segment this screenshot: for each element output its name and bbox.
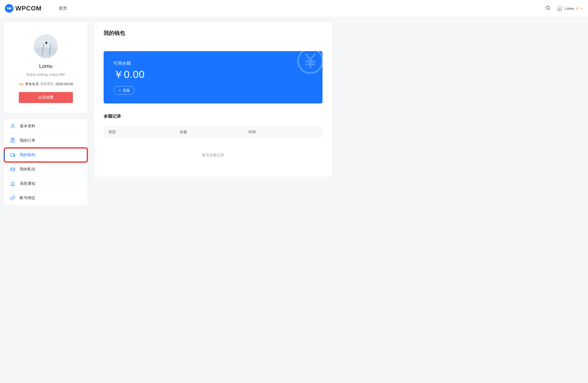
brand-logo-icon xyxy=(5,4,13,13)
balance-label: 可用余额 xyxy=(113,60,313,66)
sidebar-item-label: 我的订单 xyxy=(20,138,82,143)
sidebar-item-orders[interactable]: 我的订单 xyxy=(4,134,87,148)
sidebar-item-label: 基本资料 xyxy=(20,124,82,129)
column-type: 类型 xyxy=(108,130,180,134)
profile-name: Lomu xyxy=(19,63,73,69)
sidebar-item-label: 我的钱包 xyxy=(20,153,82,157)
bell-icon xyxy=(10,181,15,186)
sidebar-item-profile[interactable]: 基本资料 xyxy=(4,119,87,134)
membership-info: Vip 黄金会员 有效期至 2029-09-09 xyxy=(19,82,73,86)
no-records-message: 暂无余额记录 xyxy=(104,138,322,162)
sidebar-item-label: 帐号绑定 xyxy=(20,195,82,201)
profile-avatar xyxy=(34,34,58,58)
header: WPCOM 首页 Lomu V xyxy=(0,0,588,17)
profile-card: Lomu Enjoy coding, enjoy life! Vip 黄金会员 … xyxy=(4,22,88,113)
main-content: 我的钱包 可用余额 ￥0.00 ＋充值 余额记录 类型 xyxy=(94,22,333,206)
search-button[interactable] xyxy=(545,5,551,12)
vip-badge-icon: Vip xyxy=(19,82,24,86)
expiry-date: 2029-09-09 xyxy=(55,82,73,86)
sidebar-item-bind[interactable]: 帐号绑定 xyxy=(4,191,87,205)
member-type: 黄金会员 xyxy=(25,82,39,86)
recharge-button[interactable]: ＋充值 xyxy=(113,86,135,95)
chevron-down-icon xyxy=(580,7,583,10)
column-time: 时间 xyxy=(249,130,318,134)
sidebar: Lomu Enjoy coding, enjoy life! Vip 黄金会员 … xyxy=(4,22,88,206)
wallet-icon xyxy=(10,152,15,157)
records-table-header: 类型 金额 时间 xyxy=(104,126,322,138)
svg-rect-8 xyxy=(11,168,15,171)
svg-point-2 xyxy=(12,124,13,126)
link-icon xyxy=(10,195,15,201)
brand-logo[interactable]: WPCOM xyxy=(5,4,42,13)
brand-name: WPCOM xyxy=(15,5,42,12)
nav-home[interactable]: 首页 xyxy=(59,6,67,11)
page-title: 我的钱包 xyxy=(94,22,332,44)
expiry-prefix: 有效期至 xyxy=(40,82,54,86)
clipboard-icon xyxy=(10,138,15,143)
sidebar-item-messages[interactable]: 我的私信 xyxy=(4,162,87,176)
sidebar-item-wallet[interactable]: 我的钱包 xyxy=(4,148,87,162)
svg-line-1 xyxy=(549,9,550,10)
column-amount: 金额 xyxy=(180,130,249,134)
renew-membership-button[interactable]: 会员续费 xyxy=(19,92,73,103)
records-title: 余额记录 xyxy=(104,113,322,119)
profile-bio: Enjoy coding, enjoy life! xyxy=(19,72,73,77)
vip-badge-icon: V xyxy=(576,7,578,10)
plus-icon: ＋ xyxy=(118,88,122,93)
svg-point-0 xyxy=(546,6,549,9)
sidebar-item-label: 我的私信 xyxy=(20,167,82,172)
sidebar-menu: 基本资料 我的订单 我的钱包 我的私信 xyxy=(4,119,88,206)
balance-amount: ￥0.00 xyxy=(113,68,313,81)
envelope-icon xyxy=(10,167,15,172)
user-name: Lomu xyxy=(565,6,574,10)
user-menu[interactable]: Lomu V xyxy=(557,5,583,12)
user-avatar-icon xyxy=(557,5,563,12)
balance-card: 可用余额 ￥0.00 ＋充值 xyxy=(104,51,322,103)
sidebar-item-label: 系统通知 xyxy=(20,181,82,186)
user-icon xyxy=(10,123,15,129)
sidebar-item-notifications[interactable]: 系统通知 xyxy=(4,176,87,191)
